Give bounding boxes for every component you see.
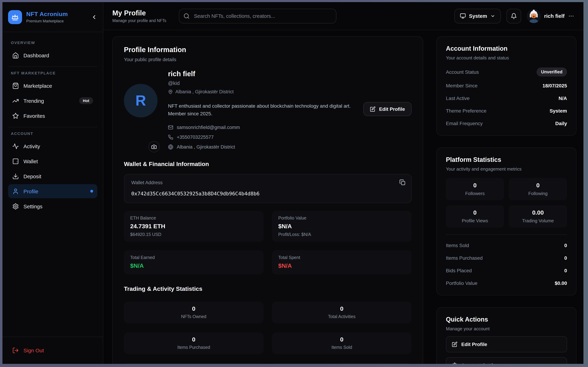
row-label: Items Purchased: [446, 255, 483, 261]
profile-card-subtitle: Your public profile details: [124, 57, 412, 62]
tile-followers: 0 Followers: [446, 178, 504, 200]
profile-name: rich fielf: [168, 70, 412, 78]
quick-account-settings-button[interactable]: Account Settings: [446, 357, 567, 364]
phone-icon: [168, 134, 173, 140]
sidebar-item-activity[interactable]: Activity: [8, 139, 97, 153]
sidebar-item-wallet[interactable]: Wallet: [8, 154, 97, 168]
sidebar-item-label: Favorites: [24, 113, 45, 119]
profile-avatar: R: [124, 84, 157, 150]
sidebar-item-marketplace[interactable]: Marketplace: [8, 79, 97, 93]
row-value: 0: [564, 255, 567, 261]
avatar-initial: R: [135, 92, 146, 109]
row-theme-preference: Theme Preference System: [446, 107, 567, 114]
map-pin-icon: [168, 89, 173, 94]
sidebar-item-trending[interactable]: Trending Hot: [8, 94, 97, 108]
chevron-left-icon: [91, 14, 97, 20]
sidebar-divider: [8, 67, 97, 67]
row-portfolio-value: Portfolio Value $0.00: [446, 280, 567, 287]
financial-grid: ETH Balance 24.7391 ETH $64920.15 USD Po…: [124, 211, 412, 274]
search-input[interactable]: [179, 8, 336, 23]
user-icon: [12, 188, 19, 194]
tile-profile-views: 0 Profile Views: [446, 205, 504, 227]
top-bar: My Profile Manage your profile and NFTs …: [103, 2, 583, 30]
theme-selector-button[interactable]: System: [454, 8, 501, 23]
row-value: 0: [564, 242, 567, 248]
total-earned-value: $N/A: [130, 262, 257, 269]
tile-trading-volume: 0.00 Trading Volume: [509, 205, 567, 227]
sidebar-item-label: Trending: [24, 98, 44, 104]
email-text: samsonrichfield@gmail.comm: [177, 125, 240, 130]
stat-total-activities: 0 Total Activities: [272, 302, 412, 323]
row-label: Theme Preference: [446, 108, 486, 114]
sign-out-label: Sign Out: [24, 347, 44, 353]
avatar: [527, 9, 541, 23]
sidebar-item-label: Dashboard: [24, 52, 49, 58]
user-name: rich fielf: [544, 13, 564, 19]
sidebar-item-settings[interactable]: Settings: [8, 199, 97, 213]
tile-value: 0: [473, 182, 477, 189]
row-label: Member Since: [446, 83, 478, 88]
quick-actions-card: Quick Actions Manage your account Edit P…: [436, 307, 576, 364]
stat-bids-placed: 0 Bids Placed: [124, 363, 264, 364]
profile-card-title: Profile Information: [124, 46, 412, 54]
quick-edit-profile-label: Edit Profile: [461, 342, 487, 347]
profile-bio: NFT enthusiast and collector passionate …: [168, 102, 363, 118]
tile-value: 0.00: [532, 209, 544, 216]
mail-icon: [168, 125, 173, 130]
sign-out-button[interactable]: Sign Out: [8, 347, 48, 354]
total-spent-card: Total Spent $N/A: [272, 250, 412, 274]
row-account-status: Account Status Unverified: [446, 67, 567, 76]
activity-icon: [12, 143, 19, 150]
stat-value: 0: [340, 306, 344, 313]
hot-badge: Hot: [79, 97, 93, 104]
quick-edit-profile-button[interactable]: Edit Profile: [446, 336, 567, 352]
contact-list: samsonrichfield@gmail.comm +355070322557…: [168, 125, 412, 150]
row-label: Items Sold: [446, 242, 469, 248]
wallet-icon: [12, 158, 19, 165]
account-info-subtitle: Your account details and status: [446, 55, 567, 60]
quick-actions-subtitle: Manage your account: [446, 326, 567, 331]
sidebar-item-favorites[interactable]: Favorites: [8, 109, 97, 123]
edit-icon: [370, 106, 376, 112]
sidebar-nav: OVERVIEW Dashboard NFT MARKETPLACE Marke…: [2, 32, 103, 337]
sidebar-item-profile[interactable]: Profile: [8, 184, 97, 198]
sidebar-item-deposit[interactable]: Deposit: [8, 169, 97, 183]
tile-label: Followers: [465, 191, 484, 196]
stat-value: 0: [192, 336, 196, 343]
account-info-rows: Account Status Unverified Member Since 1…: [446, 67, 567, 127]
eth-balance-label: ETH Balance: [130, 216, 257, 221]
platform-stats-subtitle: Your activity and engagement metrics: [446, 166, 567, 172]
stat-label: Total Activities: [328, 314, 355, 319]
stat-nfts-owned: 0 NFTs Owned: [124, 302, 264, 323]
row-member-since: Member Since 18/07/2025: [446, 82, 567, 89]
row-label: Portfolio Value: [446, 280, 477, 286]
sidebar-header: NFT Acronium Premium Marketplace: [2, 2, 103, 32]
notifications-button[interactable]: [506, 8, 521, 23]
edit-profile-label: Edit Profile: [379, 106, 405, 112]
stat-items-sold: 0 Items Sold: [272, 332, 412, 354]
tile-following: 0 Following: [509, 178, 567, 200]
wallet-address-label: Wallet Address: [131, 180, 404, 185]
brand-name: NFT Acronium: [26, 11, 68, 18]
edit-profile-button[interactable]: Edit Profile: [363, 102, 412, 116]
stat-value: 0: [192, 306, 196, 313]
change-avatar-button[interactable]: [148, 141, 160, 152]
quick-account-settings-label: Account Settings: [461, 362, 502, 364]
stat-label: Items Sold: [331, 345, 352, 350]
wallet-address-value: 0x742d35Cc6634C0532925a3b8D4C9db96C4b4d8…: [131, 191, 404, 196]
contact-phone: +3550703225577: [168, 134, 412, 140]
tile-value: 0: [536, 182, 540, 189]
profile-information-card: Profile Information Your public profile …: [112, 36, 423, 364]
row-last-active: Last Active N/A: [446, 95, 567, 102]
copy-wallet-button[interactable]: [399, 179, 406, 186]
sidebar-item-dashboard[interactable]: Dashboard: [8, 48, 97, 62]
sidebar-collapse-button[interactable]: [91, 14, 97, 20]
platform-statistics-card: Platform Statistics Your activity and en…: [436, 148, 576, 295]
download-icon: [12, 173, 19, 179]
row-label: Email Frequency: [446, 121, 483, 126]
stat-label: Items Purchased: [177, 345, 210, 350]
globe-icon: [168, 144, 173, 150]
user-menu[interactable]: rich fielf: [527, 9, 574, 23]
portfolio-value: $N/A: [278, 223, 405, 230]
profile-location-text: Albania , Gjirokastër District: [175, 89, 234, 94]
